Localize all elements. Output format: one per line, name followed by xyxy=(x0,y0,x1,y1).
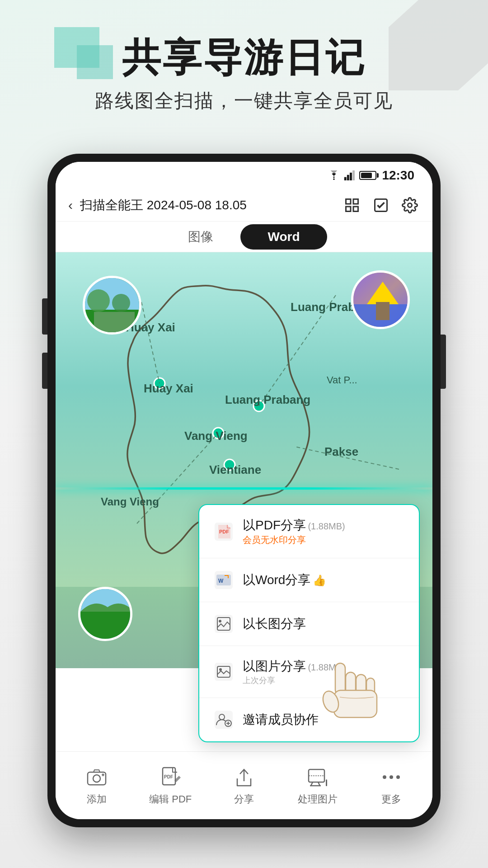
nav-more[interactable]: 更多 xyxy=(354,765,428,806)
photo-luang xyxy=(351,270,410,329)
svg-text:Vang Vieng: Vang Vieng xyxy=(101,495,159,508)
nav-process-label: 处理图片 xyxy=(298,793,338,806)
phone-btn-vol-down xyxy=(42,353,47,389)
photo-vang-vieng xyxy=(78,587,132,641)
share-long-image-item[interactable]: 以长图分享 xyxy=(199,602,419,646)
svg-rect-4 xyxy=(352,170,355,180)
status-icons xyxy=(328,170,376,180)
tab-word[interactable]: Word xyxy=(240,224,327,250)
svg-text:Pakse: Pakse xyxy=(324,445,358,458)
nav-more-label: 更多 xyxy=(381,793,401,806)
image-share-icon xyxy=(214,662,234,682)
svg-point-75 xyxy=(383,775,386,779)
process-icon xyxy=(306,765,329,789)
select-icon-button[interactable] xyxy=(371,195,391,215)
phone-btn-vol-up xyxy=(42,298,47,335)
back-button[interactable]: ‹ xyxy=(68,198,73,213)
svg-rect-8 xyxy=(353,207,358,212)
svg-point-49 xyxy=(219,620,221,623)
nav-share-label: 分享 xyxy=(234,793,254,806)
app-bar-title: 扫描全能王 2024-05-08 18.05 xyxy=(80,197,335,214)
svg-point-77 xyxy=(396,775,400,779)
settings-icon-button[interactable] xyxy=(400,195,420,215)
svg-rect-38 xyxy=(80,612,132,641)
signal-icon xyxy=(344,170,356,180)
svg-text:W: W xyxy=(218,578,224,584)
main-title: 共享导游日记 xyxy=(18,36,470,79)
nav-add-label: 添加 xyxy=(87,793,107,806)
wifi-icon xyxy=(328,170,340,180)
svg-rect-1 xyxy=(344,177,347,180)
phone-wrapper: 12:30 ‹ 扫描全能王 2024-05-08 18.05 xyxy=(47,154,441,827)
battery-icon xyxy=(359,171,376,180)
svg-rect-62 xyxy=(334,690,377,717)
svg-point-0 xyxy=(333,178,335,180)
svg-point-65 xyxy=(93,775,100,782)
invite-share-icon xyxy=(214,710,234,730)
svg-rect-5 xyxy=(346,199,351,204)
phone-screen: 12:30 ‹ 扫描全能王 2024-05-08 18.05 xyxy=(56,162,432,819)
sub-title: 路线图全扫描，一键共享全员可见 xyxy=(18,88,470,113)
svg-rect-3 xyxy=(350,173,352,180)
camera-add-icon xyxy=(85,765,108,789)
svg-point-52 xyxy=(219,668,222,671)
svg-rect-36 xyxy=(376,302,389,320)
long-image-share-icon xyxy=(214,614,234,634)
svg-point-31 xyxy=(112,294,130,312)
share-icon xyxy=(232,765,256,789)
share-pdf-item[interactable]: PDF 以PDF分享 (1.88MB) 会员无水印分享 xyxy=(199,505,419,558)
svg-point-10 xyxy=(408,203,412,207)
svg-rect-6 xyxy=(353,199,358,204)
svg-text:Vientiane: Vientiane xyxy=(209,463,261,476)
bottom-nav: 添加 PDF 编辑 PDF xyxy=(56,751,432,819)
phone-frame: 12:30 ‹ 扫描全能王 2024-05-08 18.05 xyxy=(47,154,441,827)
more-icon xyxy=(380,765,403,789)
pdf-share-icon: PDF xyxy=(214,522,234,542)
tab-bar: 图像 Word xyxy=(56,222,432,252)
status-time: 12:30 xyxy=(382,168,414,183)
status-bar: 12:30 xyxy=(56,162,432,189)
pdf-edit-icon: PDF xyxy=(159,765,182,789)
pdf-share-text: 以PDF分享 (1.88MB) 会员无水印分享 xyxy=(243,517,404,546)
nav-process[interactable]: 处理图片 xyxy=(281,765,354,806)
svg-text:Luang Prabang: Luang Prabang xyxy=(225,393,310,406)
photo-huay-xai xyxy=(83,276,141,335)
word-share-icon: W xyxy=(214,570,234,590)
phone-btn-power xyxy=(441,335,446,389)
svg-rect-74 xyxy=(326,779,327,786)
app-bar: ‹ 扫描全能王 2024-05-08 18.05 xyxy=(56,189,432,222)
svg-text:Vang Vieng: Vang Vieng xyxy=(184,429,248,443)
share-word-item[interactable]: W 以Word分享 👍 xyxy=(199,558,419,602)
tab-image[interactable]: 图像 xyxy=(161,223,240,251)
app-bar-icons xyxy=(342,195,420,215)
svg-text:Vat P...: Vat P... xyxy=(327,374,357,386)
nav-share[interactable]: 分享 xyxy=(207,765,281,806)
svg-rect-7 xyxy=(346,207,351,212)
hand-cursor-icon xyxy=(306,656,378,729)
svg-text:PDF: PDF xyxy=(219,529,229,534)
nav-edit-pdf-label: 编辑 PDF xyxy=(149,793,192,806)
scan-line xyxy=(56,487,432,490)
svg-rect-2 xyxy=(347,175,349,180)
header-section: 共享导游日记 路线图全扫描，一键共享全员可见 xyxy=(0,36,488,113)
word-share-text: 以Word分享 👍 xyxy=(243,571,404,589)
nav-edit-pdf[interactable]: PDF 编辑 PDF xyxy=(134,765,207,806)
nav-add[interactable]: 添加 xyxy=(60,765,134,806)
svg-point-76 xyxy=(389,775,393,779)
long-image-share-text: 以长图分享 xyxy=(243,615,306,632)
svg-text:Huay Xai: Huay Xai xyxy=(144,382,193,395)
svg-point-30 xyxy=(87,289,110,312)
svg-text:PDF: PDF xyxy=(164,774,173,779)
grid-icon-button[interactable] xyxy=(342,195,362,215)
